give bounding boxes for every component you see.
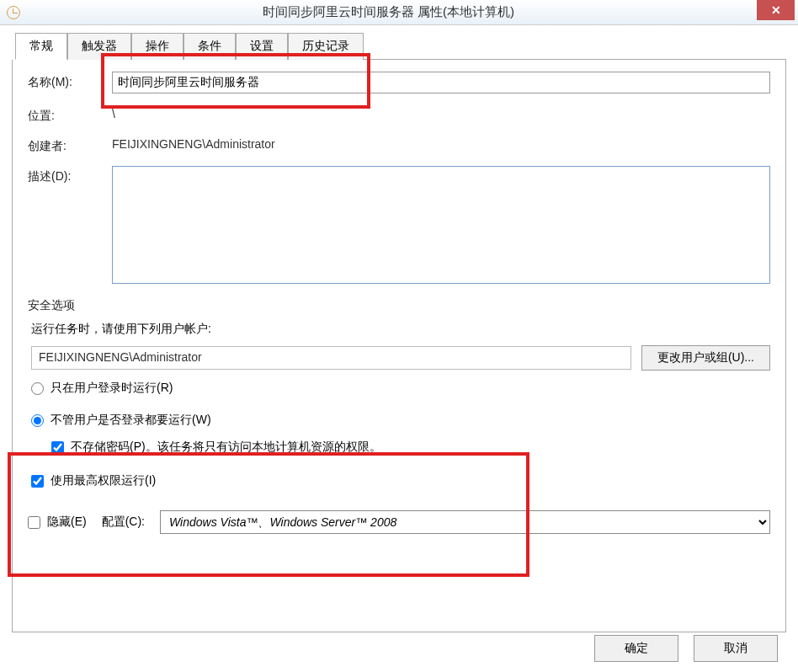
ok-button[interactable]: 确定	[594, 635, 678, 662]
account-row: FEIJIXINGNENG\Administrator 更改用户或组(U)...	[31, 345, 770, 371]
desc-label: 描述(D):	[28, 166, 112, 184]
checkbox-hidden[interactable]	[28, 516, 40, 529]
tab-settings[interactable]: 设置	[236, 33, 288, 60]
close-button[interactable]: ✕	[757, 0, 795, 20]
radio-whether-row: 不管用户是否登录都要运行(W)	[31, 413, 770, 428]
radio-whether-logged[interactable]	[31, 414, 44, 427]
security-section-label: 安全选项	[28, 298, 770, 313]
tab-strip: 常规 触发器 操作 条件 设置 历史记录	[15, 32, 786, 60]
location-label: 位置:	[28, 105, 112, 124]
window-title: 时间同步阿里云时间服务器 属性(本地计算机)	[20, 4, 757, 20]
clock-icon	[7, 6, 20, 19]
tab-history[interactable]: 历史记录	[288, 33, 364, 60]
change-user-button[interactable]: 更改用户或组(U)...	[641, 345, 770, 371]
row-author: 创建者: FEIJIXINGNENG\Administrator	[28, 136, 770, 154]
configure-combo[interactable]: Windows Vista™、Windows Server™ 2008	[160, 510, 770, 534]
cancel-button[interactable]: 取消	[694, 635, 778, 662]
checkbox-highest-priv[interactable]	[31, 475, 44, 488]
radio-logged-on[interactable]	[31, 382, 44, 395]
tab-triggers[interactable]: 触发器	[67, 33, 131, 60]
name-input[interactable]	[112, 72, 770, 93]
radio-whether-label: 不管用户是否登录都要运行(W)	[51, 413, 211, 428]
location-value: \	[112, 105, 770, 120]
hidden-check-row: 隐藏(E)	[28, 515, 87, 530]
desc-textarea[interactable]	[112, 166, 770, 284]
check-highest-row: 使用最高权限运行(I)	[31, 473, 770, 488]
name-label: 名称(M):	[28, 72, 112, 90]
radio-logged-on-row: 只在用户登录时运行(R)	[31, 381, 770, 396]
close-icon: ✕	[771, 3, 781, 17]
author-value: FEIJIXINGNENG\Administrator	[112, 136, 770, 151]
author-label: 创建者:	[28, 136, 112, 154]
tab-actions[interactable]: 操作	[131, 33, 184, 60]
titlebar: 时间同步阿里云时间服务器 属性(本地计算机) ✕	[0, 0, 798, 25]
content-area: 常规 触发器 操作 条件 设置 历史记录 名称(M): 位置: \ 创建者: F…	[0, 25, 798, 632]
dialog-buttons: 确定 取消	[594, 635, 778, 662]
row-description: 描述(D):	[28, 166, 770, 286]
run-as-label: 运行任务时，请使用下列用户帐户:	[31, 322, 770, 337]
bottom-row: 隐藏(E) 配置(C): Windows Vista™、Windows Serv…	[28, 510, 770, 534]
tab-panel-general: 名称(M): 位置: \ 创建者: FEIJIXINGNENG\Administ…	[12, 60, 786, 632]
checkbox-highest-priv-label: 使用最高权限运行(I)	[51, 473, 156, 488]
checkbox-no-password[interactable]	[51, 441, 64, 454]
configure-label: 配置(C):	[102, 515, 145, 530]
row-name: 名称(M):	[28, 72, 770, 93]
row-location: 位置: \	[28, 105, 770, 124]
radio-logged-on-label: 只在用户登录时运行(R)	[51, 381, 173, 396]
checkbox-hidden-label: 隐藏(E)	[47, 515, 87, 530]
tab-conditions[interactable]: 条件	[184, 33, 236, 60]
tab-general[interactable]: 常规	[15, 33, 67, 60]
check-nopass-row: 不存储密码(P)。该任务将只有访问本地计算机资源的权限。	[51, 440, 770, 455]
checkbox-no-password-label: 不存储密码(P)。该任务将只有访问本地计算机资源的权限。	[71, 440, 381, 455]
account-display: FEIJIXINGNENG\Administrator	[31, 346, 631, 370]
